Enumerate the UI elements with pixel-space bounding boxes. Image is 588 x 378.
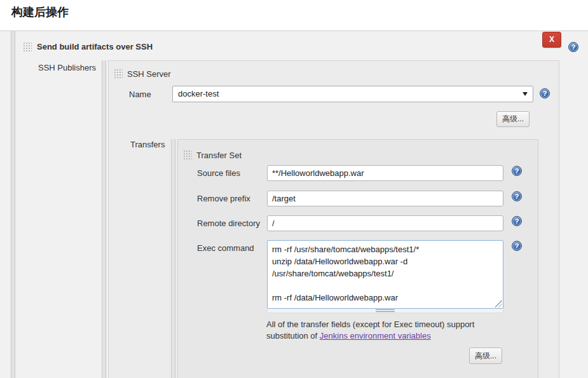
name-label: Name	[129, 90, 151, 99]
transfer-advanced-button[interactable]: 高级...	[469, 348, 502, 364]
remove-prefix-input[interactable]	[267, 191, 503, 206]
transfer-set-title: Transfer Set	[196, 151, 242, 160]
remote-directory-help-icon[interactable]: ?	[512, 216, 522, 226]
transfers-label: Transfers	[130, 140, 165, 149]
exec-command-help-icon[interactable]: ?	[512, 241, 522, 251]
textarea-resize-grip-icon[interactable]	[495, 300, 502, 307]
ssh-server-panel: SSH Server Name docker-test ? 高级... Tran…	[108, 60, 559, 378]
chevron-down-icon	[523, 92, 528, 96]
section-drag-handle-icon[interactable]	[23, 42, 32, 51]
exec-command-textarea[interactable]: rm -rf /usr/share/tomcat/webapps/test1/*…	[267, 240, 503, 309]
ssh-server-drag-handle-icon[interactable]	[114, 69, 123, 78]
transfers-drag-bar[interactable]	[171, 139, 175, 378]
source-files-input[interactable]	[267, 165, 503, 181]
remote-directory-label: Remote directory	[197, 219, 260, 228]
source-files-help-icon[interactable]: ?	[512, 166, 522, 176]
transfer-fields-note: All of the transfer fields (except for E…	[266, 319, 495, 341]
section-help-icon[interactable]: ?	[568, 42, 578, 52]
delete-section-button[interactable]: X	[542, 32, 561, 48]
ssh-server-name-select[interactable]: docker-test	[172, 86, 533, 102]
name-help-icon[interactable]: ?	[540, 88, 550, 98]
remove-prefix-help-icon[interactable]: ?	[512, 191, 522, 201]
textarea-drag-bar[interactable]	[267, 309, 503, 313]
ssh-server-title: SSH Server	[127, 69, 171, 79]
jenkins-env-vars-link[interactable]: Jenkins environment variables	[320, 331, 431, 341]
publishers-drag-bar[interactable]	[102, 60, 106, 378]
remote-directory-input[interactable]	[267, 215, 503, 231]
server-advanced-button[interactable]: 高级...	[496, 111, 530, 127]
remove-prefix-label: Remove prefix	[197, 194, 250, 203]
source-files-label: Source files	[197, 168, 240, 178]
jenkins-config-page: 构建后操作 Send build artifacts over SSH X ? …	[0, 0, 588, 378]
transfer-set-drag-handle-icon[interactable]	[183, 150, 192, 159]
ssh-publishers-label: SSH Publishers	[38, 63, 96, 72]
ssh-server-name-value: docker-test	[178, 89, 219, 98]
page-title: 构建后操作	[11, 4, 69, 20]
section-title: Send build artifacts over SSH	[37, 42, 153, 51]
section-drag-bar[interactable]	[11, 31, 15, 378]
exec-command-label: Exec command	[197, 243, 254, 253]
transfer-set-panel: Transfer Set Source files ? Remove prefi…	[177, 139, 538, 378]
textarea-drag-handle-icon	[376, 309, 395, 312]
